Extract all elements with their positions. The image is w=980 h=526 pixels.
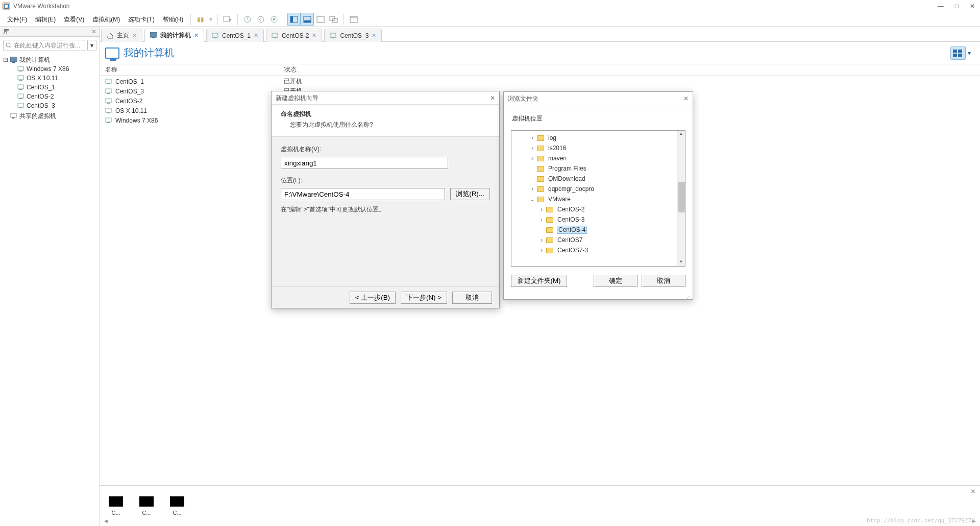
- svg-rect-23: [18, 76, 23, 80]
- folder-tree-item[interactable]: ›ls2016: [514, 143, 682, 153]
- folder-icon: [546, 207, 553, 212]
- tree-shared-vms[interactable]: 共享的虚拟机: [3, 111, 96, 121]
- tree-vm-item[interactable]: CentOS-2: [3, 92, 96, 101]
- browse-button[interactable]: 浏览(R)...: [450, 188, 490, 200]
- thumbnail-item[interactable]: C...: [138, 496, 155, 516]
- pause-icon[interactable]: ▮▮: [194, 13, 207, 26]
- tab-close-icon[interactable]: ✕: [372, 32, 376, 39]
- expand-icon[interactable]: ›: [539, 247, 544, 254]
- scroll-down-icon[interactable]: ▾: [677, 259, 685, 266]
- folder-tree-item[interactable]: Program Files: [514, 163, 682, 174]
- view-dropdown-icon[interactable]: ▾: [968, 50, 971, 57]
- folder-tree-item[interactable]: ›qqpcmgr_docpro: [514, 184, 682, 194]
- new-folder-button[interactable]: 新建文件夹(M): [511, 275, 567, 287]
- page-title: 我的计算机: [124, 46, 175, 60]
- vm-list-row[interactable]: CentOS_1已开机: [100, 77, 980, 86]
- send-ctrl-alt-del-icon[interactable]: [221, 13, 234, 26]
- unity-icon[interactable]: [327, 13, 340, 26]
- thumbnail-bar-close-icon[interactable]: ✕: [970, 488, 976, 495]
- vm-name-input[interactable]: [281, 157, 448, 169]
- view-tile-icon[interactable]: [287, 13, 301, 26]
- dropdown-icon[interactable]: ▾: [207, 13, 214, 26]
- fullscreen-icon[interactable]: [314, 13, 327, 26]
- snapshot-icon[interactable]: [241, 13, 254, 26]
- expand-icon[interactable]: ›: [539, 216, 544, 223]
- library-icon[interactable]: [347, 13, 360, 26]
- menu-help[interactable]: 帮助(H): [159, 12, 188, 27]
- expand-icon[interactable]: ›: [539, 206, 544, 213]
- folder-tree-item[interactable]: ›log: [514, 133, 682, 143]
- folder-tree-item[interactable]: ›maven: [514, 153, 682, 163]
- view-thumbnails-icon[interactable]: [950, 46, 966, 60]
- close-icon[interactable]: ✕: [970, 0, 975, 12]
- column-name[interactable]: 名称: [100, 65, 279, 74]
- resize-grip-icon[interactable]: ⋰: [687, 295, 692, 298]
- folder-tree-item[interactable]: QMDownload: [514, 174, 682, 184]
- column-status[interactable]: 状态: [279, 65, 980, 74]
- vm-location-input[interactable]: [281, 188, 445, 200]
- wizard-cancel-button[interactable]: 取消: [452, 292, 492, 304]
- snapshot-manager-icon[interactable]: [267, 13, 281, 26]
- tree-root-my-computer[interactable]: ⊟ 我的计算机: [3, 55, 96, 64]
- menu-edit[interactable]: 编辑(E): [31, 12, 60, 27]
- expand-icon[interactable]: ›: [539, 236, 544, 244]
- content-area: 主页 ✕ 我的计算机 ✕ CentOS_1✕CentOS-2✕CentOS_3✕…: [100, 27, 980, 526]
- view-console-icon[interactable]: [301, 13, 314, 26]
- folder-tree-item[interactable]: ›CentOS-2: [514, 204, 682, 214]
- wizard-back-button[interactable]: < 上一步(B): [350, 292, 396, 304]
- search-dropdown-icon[interactable]: ▾: [87, 40, 96, 51]
- menu-tabs[interactable]: 选项卡(T): [124, 12, 158, 27]
- vm-icon: [105, 108, 112, 114]
- menu-view[interactable]: 查看(V): [60, 12, 88, 27]
- folder-icon: [537, 156, 544, 161]
- browse-scrollbar[interactable]: ▴ ▾: [677, 131, 685, 266]
- expand-icon[interactable]: ›: [530, 155, 535, 162]
- wizard-close-icon[interactable]: ✕: [490, 91, 495, 104]
- folder-tree-item[interactable]: ›CentOS7: [514, 235, 682, 245]
- tab-close-icon[interactable]: ✕: [254, 32, 258, 39]
- folder-tree-item[interactable]: ⌄VMware: [514, 194, 682, 204]
- folder-tree-item[interactable]: ›CentOS-3: [514, 214, 682, 225]
- thumbnail-item[interactable]: C...: [107, 496, 125, 516]
- tree-vm-item[interactable]: Windows 7 X86: [3, 64, 96, 74]
- folder-tree[interactable]: ›log›ls2016›mavenProgram FilesQMDownload…: [511, 131, 685, 266]
- browse-cancel-button[interactable]: 取消: [642, 275, 685, 287]
- menu-file[interactable]: 文件(F): [3, 12, 31, 27]
- expand-icon[interactable]: ›: [530, 185, 535, 193]
- thumb-scroll-left-icon[interactable]: ◄: [103, 518, 109, 524]
- folder-name: maven: [548, 155, 567, 162]
- menu-vm[interactable]: 虚拟机(M): [88, 12, 124, 27]
- tree-vm-item[interactable]: CentOS_1: [3, 83, 96, 92]
- snapshot-revert-icon[interactable]: [254, 13, 267, 26]
- tab-vm[interactable]: CentOS_3✕: [324, 29, 382, 42]
- tab-close-icon[interactable]: ✕: [132, 32, 137, 39]
- minimize-icon[interactable]: —: [938, 0, 944, 12]
- tab-my-computer[interactable]: 我的计算机 ✕: [144, 29, 204, 42]
- browse-close-icon[interactable]: ✕: [683, 92, 689, 105]
- tab-close-icon[interactable]: ✕: [194, 32, 199, 39]
- maximize-icon[interactable]: □: [955, 0, 959, 12]
- thumbnail-item[interactable]: C...: [168, 496, 186, 516]
- sidebar-close-icon[interactable]: ✕: [91, 27, 96, 37]
- folder-name: CentOS-4: [557, 226, 586, 233]
- wizard-next-button[interactable]: 下一步(N) >: [401, 292, 447, 304]
- tab-vm[interactable]: CentOS_1✕: [206, 29, 264, 42]
- scroll-thumb[interactable]: [678, 182, 685, 212]
- expand-icon[interactable]: ›: [530, 134, 535, 141]
- folder-icon: [537, 176, 544, 182]
- tree-vm-item[interactable]: CentOS_3: [3, 101, 96, 110]
- tab-close-icon[interactable]: ✕: [312, 32, 316, 39]
- scroll-up-icon[interactable]: ▴: [677, 131, 685, 138]
- tree-vm-item[interactable]: OS X 10.11: [3, 74, 96, 83]
- search-input[interactable]: 在此处键入内容进行搜...: [3, 40, 85, 51]
- tab-vm[interactable]: CentOS-2✕: [266, 29, 322, 42]
- folder-name: CentOS7: [557, 236, 582, 244]
- tab-home[interactable]: 主页 ✕: [101, 29, 142, 42]
- expand-icon[interactable]: ⌄: [530, 196, 535, 203]
- expand-icon[interactable]: ›: [530, 145, 535, 152]
- folder-tree-item[interactable]: ›CentOS7-3: [514, 245, 682, 255]
- browse-ok-button[interactable]: 确定: [594, 275, 638, 287]
- folder-tree-item[interactable]: CentOS-4: [514, 225, 682, 235]
- vm-status: 已开机: [279, 77, 302, 86]
- vm-icon: [17, 66, 24, 72]
